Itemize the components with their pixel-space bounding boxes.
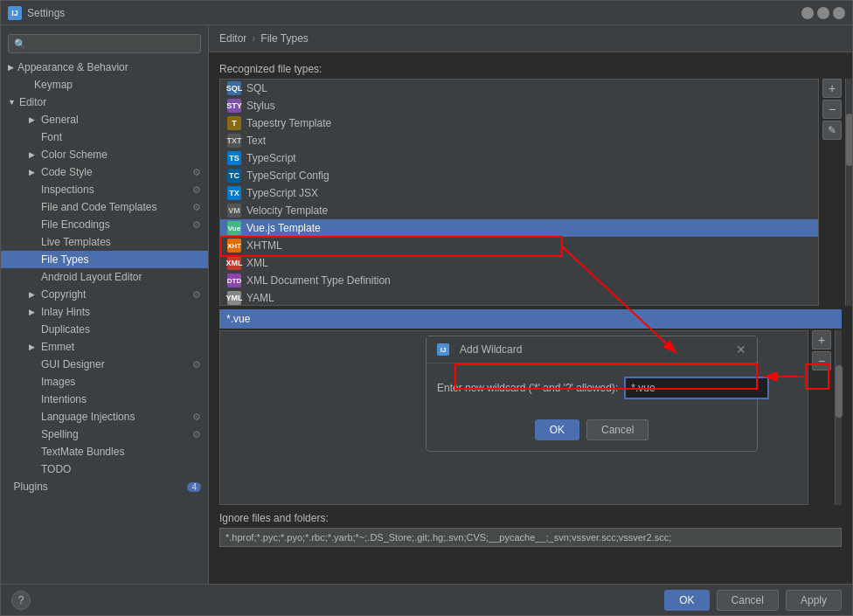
sidebar-item-label: Emmet: [41, 341, 74, 353]
gear-icon: ⚙: [192, 289, 201, 301]
sidebar-item-color-scheme[interactable]: ▶ Color Scheme: [1, 146, 208, 163]
edit-file-type-button[interactable]: ✎: [822, 121, 842, 140]
sidebar-item-file-types[interactable]: File Types: [1, 251, 208, 268]
sidebar-item-appearance[interactable]: ▶ Appearance & Behavior: [1, 59, 208, 76]
sidebar-item-general[interactable]: ▶ General: [1, 111, 208, 128]
file-icon-tsx: TX: [227, 186, 241, 200]
add-wildcard-button[interactable]: +: [812, 330, 831, 350]
ok-button[interactable]: OK: [664, 590, 709, 611]
sidebar-item-file-encodings[interactable]: File Encodings ⚙: [1, 216, 208, 233]
list-item[interactable]: T Tapestry Template: [220, 114, 818, 132]
sidebar-item-font[interactable]: Font: [1, 128, 208, 146]
sidebar-item-keymap[interactable]: Keymap: [1, 76, 208, 93]
list-item-vue[interactable]: Vue Vue.js Template: [220, 219, 818, 237]
sidebar-item-label: File and Code Templates: [41, 201, 157, 213]
ignore-input[interactable]: [219, 528, 842, 547]
spacer: [8, 482, 10, 491]
sidebar-item-editor[interactable]: ▼ Editor: [1, 93, 208, 111]
list-item[interactable]: TX TypeScript JSX: [220, 184, 818, 202]
sidebar-item-todo[interactable]: TODO: [1, 460, 208, 478]
spacer: [29, 412, 38, 421]
scrollbar-thumb[interactable]: [846, 114, 852, 166]
sidebar-item-language-injections[interactable]: Language Injections ⚙: [1, 408, 208, 426]
cancel-button[interactable]: Cancel: [717, 590, 779, 611]
wildcard-scrollbar-thumb[interactable]: [836, 365, 843, 418]
file-icon-tapestry: T: [227, 116, 241, 130]
file-icon-xml: XML: [227, 256, 241, 270]
app-icon: IJ: [8, 6, 22, 20]
sidebar-item-android-layout[interactable]: Android Layout Editor: [1, 268, 208, 286]
spacer: [29, 185, 38, 194]
spacer: [29, 430, 38, 439]
chevron-right-icon: ▶: [29, 150, 38, 159]
right-panel: Editor › File Types Recognized file type…: [209, 25, 852, 584]
sidebar-item-copyright[interactable]: ▶ Copyright ⚙: [1, 286, 208, 303]
list-item[interactable]: XML XML: [220, 254, 818, 272]
sidebar-item-label: Copyright: [41, 288, 86, 301]
title-bar: IJ Settings: [1, 1, 852, 25]
wildcard-scrollbar[interactable]: [835, 330, 842, 505]
sidebar-item-label: Language Injections: [41, 411, 135, 423]
dialog-icon: IJ: [437, 343, 449, 356]
sidebar-item-plugins[interactable]: Plugins 4: [1, 478, 208, 495]
dialog-ok-button[interactable]: OK: [535, 419, 579, 440]
gear-icon: ⚙: [192, 219, 201, 231]
recognized-file-types-label: Recognized file types:: [209, 59, 852, 79]
sidebar-item-label: Inlay Hints: [41, 306, 90, 318]
list-item[interactable]: VM Velocity Template: [220, 202, 818, 219]
dialog-input[interactable]: [625, 377, 768, 398]
help-button[interactable]: ?: [11, 591, 31, 610]
list-item[interactable]: TC TypeScript Config: [220, 167, 818, 184]
sidebar-item-emmet[interactable]: ▶ Emmet: [1, 338, 208, 356]
panel-header: Editor › File Types: [209, 25, 852, 52]
list-item[interactable]: SQL SQL: [220, 80, 818, 97]
file-type-label: YAML: [246, 292, 274, 304]
file-types-area: SQL SQL STY Stylus T Tapestry Template: [219, 79, 852, 306]
list-item[interactable]: TS TypeScript: [220, 149, 818, 167]
close-button[interactable]: [833, 7, 845, 19]
file-type-label: Text: [246, 135, 266, 147]
search-input[interactable]: [30, 38, 195, 50]
dialog-body: Enter new wildcard ('*' and '?' allowed)…: [426, 363, 757, 412]
scrollbar-track[interactable]: [845, 79, 852, 306]
list-item[interactable]: XHT XHTML: [220, 237, 818, 254]
file-type-label: TypeScript Config: [246, 170, 329, 182]
sidebar-item-images[interactable]: Images: [1, 373, 208, 391]
file-type-label: XML: [246, 257, 268, 269]
search-box[interactable]: 🔍: [8, 34, 201, 53]
sidebar-item-file-code-templates[interactable]: File and Code Templates ⚙: [1, 198, 208, 216]
breadcrumb-separator: ›: [252, 32, 255, 45]
spacer: [29, 395, 38, 404]
sidebar-item-label: Font: [41, 131, 62, 143]
wildcard-selected-row[interactable]: *.vue: [219, 309, 842, 329]
sidebar-item-intentions[interactable]: Intentions: [1, 391, 208, 408]
sidebar-item-label: Spelling: [41, 428, 79, 440]
list-item[interactable]: TXT Text: [220, 132, 818, 149]
remove-file-type-button[interactable]: −: [822, 100, 842, 119]
apply-button[interactable]: Apply: [786, 590, 842, 611]
add-file-type-button[interactable]: +: [822, 79, 842, 98]
sidebar-item-code-style[interactable]: ▶ Code Style ⚙: [1, 163, 208, 181]
sidebar-item-spelling[interactable]: Spelling ⚙: [1, 426, 208, 443]
dialog-cancel-button[interactable]: Cancel: [586, 419, 648, 440]
list-item[interactable]: DTD XML Document Type Definition: [220, 272, 818, 289]
minimize-button[interactable]: [801, 7, 814, 19]
dialog-close-button[interactable]: ✕: [736, 343, 746, 356]
file-icon-yaml: YML: [227, 291, 241, 305]
sidebar-item-label: General: [41, 114, 79, 126]
sidebar-item-label: Appearance & Behavior: [17, 61, 128, 73]
list-item[interactable]: STY Stylus: [220, 97, 818, 114]
sidebar: 🔍 ▶ Appearance & Behavior Keymap ▼ Edito…: [1, 25, 209, 584]
maximize-button[interactable]: [817, 7, 829, 19]
sidebar-item-inlay-hints[interactable]: ▶ Inlay Hints: [1, 303, 208, 321]
sidebar-item-inspections[interactable]: Inspections ⚙: [1, 181, 208, 198]
gear-icon: ⚙: [192, 429, 201, 440]
sidebar-item-duplicates[interactable]: Duplicates: [1, 321, 208, 338]
remove-wildcard-button[interactable]: −: [812, 351, 831, 370]
window-controls: [801, 7, 845, 19]
sidebar-item-textmate[interactable]: TextMate Bundles: [1, 443, 208, 460]
sidebar-item-live-templates[interactable]: Live Templates: [1, 233, 208, 251]
list-item[interactable]: YML YAML: [220, 289, 818, 306]
sidebar-item-gui-designer[interactable]: GUI Designer ⚙: [1, 356, 208, 373]
chevron-right-icon: ▶: [29, 115, 38, 124]
